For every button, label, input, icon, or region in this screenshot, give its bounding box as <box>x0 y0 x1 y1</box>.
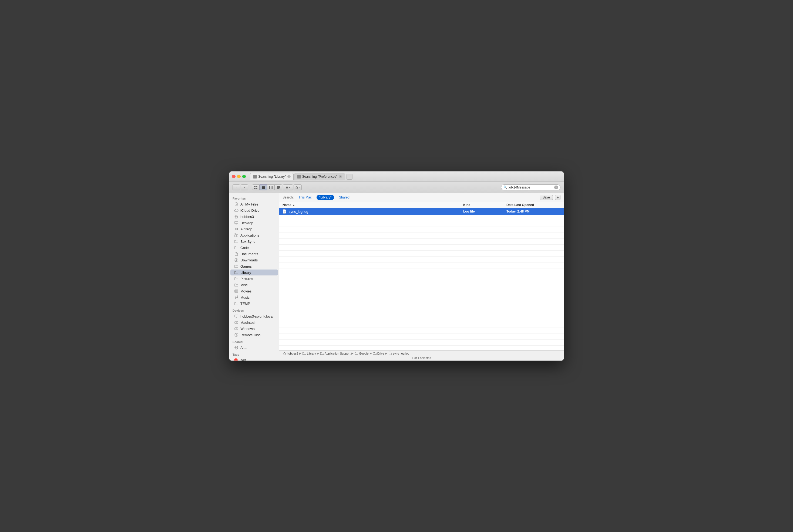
empty-row <box>279 286 564 292</box>
forward-button[interactable]: › <box>241 185 248 190</box>
sidebar-item-documents[interactable]: Documents <box>230 251 278 257</box>
add-filter-button[interactable]: + <box>555 195 561 200</box>
column-view-icon <box>269 186 273 189</box>
sidebar-item-remote-disc[interactable]: Remote Disc <box>230 332 278 338</box>
sidebar-item-label: Documents <box>240 252 258 256</box>
svg-point-23 <box>235 228 237 230</box>
sidebar-item-label: All My Files <box>240 202 258 206</box>
tab-close-preferences[interactable]: ✕ <box>339 175 342 178</box>
sidebar-item-hobbes3[interactable]: hobbes3 <box>230 214 278 220</box>
empty-row <box>279 268 564 274</box>
sidebar-item-misc[interactable]: Misc <box>230 282 278 288</box>
maximize-button[interactable] <box>242 175 246 178</box>
sidebar-item-all-shared[interactable]: All... <box>230 345 278 350</box>
path-item-google[interactable]: Google <box>355 352 369 355</box>
cover-flow-button[interactable] <box>275 185 282 190</box>
svg-rect-15 <box>286 187 288 188</box>
sidebar-item-all-my-files[interactable]: All My Files <box>230 201 278 207</box>
sidebar-item-games[interactable]: Games <box>230 263 278 269</box>
path-bar: hobbes3 ▶ Library ▶ Applicatio <box>283 350 561 356</box>
svg-rect-5 <box>262 187 265 188</box>
svg-rect-0 <box>254 186 256 187</box>
sidebar-item-music[interactable]: Music <box>230 294 278 300</box>
minimize-button[interactable] <box>237 175 241 178</box>
tab-searching-library[interactable]: Searching "Library" ✕ <box>250 173 294 180</box>
path-item-library[interactable]: Library <box>302 352 316 355</box>
back-icon: ‹ <box>236 185 237 189</box>
path-label-drive: Drive <box>377 352 384 355</box>
search-bar[interactable]: 🔍 ✕ <box>501 185 561 190</box>
column-date-header[interactable]: Date Last Opened <box>506 203 561 207</box>
file-row-sync-log[interactable]: sync_log.log Log file Today, 2:48 PM <box>279 208 564 215</box>
sidebar-item-library[interactable]: Library <box>230 269 278 276</box>
column-kind-header[interactable]: Kind <box>463 203 506 207</box>
sidebar-item-icloud-drive[interactable]: iCloud Drive <box>230 207 278 213</box>
windows-icon <box>234 326 239 331</box>
misc-icon <box>234 283 239 287</box>
search-clear-button[interactable]: ✕ <box>554 186 558 189</box>
column-name-header[interactable]: Name ▲ <box>283 203 463 207</box>
svg-rect-4 <box>262 186 265 187</box>
search-input[interactable] <box>508 186 553 189</box>
save-button[interactable]: Save <box>540 195 553 200</box>
column-name-label: Name <box>283 203 291 207</box>
sidebar-item-label: Movies <box>240 289 251 293</box>
sidebar-item-pictures[interactable]: Pictures <box>230 276 278 282</box>
path-item-app-support[interactable]: Application Support <box>320 352 350 355</box>
sidebar-item-windows[interactable]: Windows <box>230 326 278 331</box>
path-label-hobbes3: hobbes3 <box>287 352 298 355</box>
svg-rect-26 <box>235 233 236 234</box>
sidebar-item-movies[interactable]: Movies <box>230 288 278 294</box>
status-bar: 1 of 1 selected <box>283 356 561 361</box>
new-tab-button[interactable] <box>346 174 353 179</box>
sidebar-item-temp[interactable]: TEMP <box>230 301 278 306</box>
toolbar: ‹ › ▾ <box>229 182 564 193</box>
path-home-icon <box>283 352 286 355</box>
sidebar-item-desktop[interactable]: Desktop <box>230 220 278 226</box>
file-kind: Log file <box>463 210 506 213</box>
empty-row <box>279 239 564 245</box>
empty-row <box>279 227 564 233</box>
action-dropdown[interactable]: ▾ <box>294 185 302 190</box>
search-scope-library[interactable]: "Library" <box>317 195 334 200</box>
view-options-dropdown[interactable]: ▾ <box>283 185 293 190</box>
sidebar-item-applications[interactable]: Applications <box>230 232 278 238</box>
back-button[interactable]: ‹ <box>232 185 240 190</box>
empty-row <box>279 304 564 310</box>
list-view-button[interactable] <box>260 185 267 190</box>
empty-row <box>279 322 564 328</box>
empty-row <box>279 346 564 350</box>
shared-section-title: Shared <box>229 338 279 344</box>
sidebar-item-hobbes3-splunk[interactable]: hobbes3-splunk.local <box>230 313 278 319</box>
icon-view-button[interactable] <box>252 185 260 190</box>
svg-point-43 <box>235 333 238 337</box>
empty-row <box>279 233 564 239</box>
pictures-icon <box>234 277 239 281</box>
sidebar-item-tag-red[interactable]: Red <box>230 357 278 361</box>
sidebar-item-downloads[interactable]: Downloads <box>230 257 278 263</box>
sidebar-item-label: Windows <box>240 327 255 331</box>
svg-point-44 <box>236 334 237 336</box>
sidebar-item-box-sync[interactable]: Box Sync <box>230 239 278 244</box>
path-item-sync-log[interactable]: sync_log.log <box>389 352 409 355</box>
svg-rect-3 <box>256 188 258 189</box>
close-button[interactable] <box>232 175 235 178</box>
view-buttons: ▾ ▾ <box>252 185 302 190</box>
empty-row <box>279 245 564 251</box>
network-icon <box>234 345 239 350</box>
search-scope-shared[interactable]: Shared <box>336 195 352 200</box>
empty-row <box>279 310 564 316</box>
svg-rect-10 <box>277 186 280 188</box>
tab-close-library[interactable]: ✕ <box>287 175 290 178</box>
path-label-google: Google <box>359 352 369 355</box>
search-scope-this-mac[interactable]: This Mac <box>296 195 315 200</box>
sidebar-item-airdrop[interactable]: AirDrop <box>230 226 278 232</box>
sidebar-item-macintosh[interactable]: Macintosh <box>230 320 278 325</box>
tabs-area: Searching "Library" ✕ Searching "Prefere… <box>250 173 561 180</box>
path-item-hobbes3[interactable]: hobbes3 <box>283 352 298 355</box>
sidebar-item-code[interactable]: Code <box>230 245 278 251</box>
column-view-button[interactable] <box>267 185 275 190</box>
path-item-drive[interactable]: Drive <box>373 352 384 355</box>
tab-searching-preferences[interactable]: Searching "Preferences" ✕ <box>294 173 345 180</box>
tags-section-title: Tags <box>229 351 279 357</box>
